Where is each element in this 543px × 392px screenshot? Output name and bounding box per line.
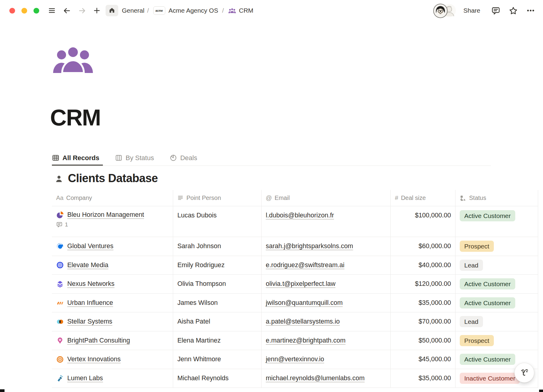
email-link[interactable]: l.dubois@bleuhorizon.fr	[266, 212, 334, 219]
status-badge[interactable]: Lead	[460, 316, 483, 327]
column-header-status[interactable]: Status	[456, 190, 538, 206]
company-link[interactable]: Elevate Media	[67, 261, 108, 269]
sidebar-menu-icon[interactable]	[48, 7, 56, 14]
column-header-company[interactable]: AaCompany	[52, 190, 173, 206]
status-badge[interactable]: Prospect	[460, 335, 494, 346]
cell-company[interactable]: Nexus Networks	[52, 275, 173, 293]
cell-email[interactable]: l.dubois@bleuhorizon.fr	[262, 206, 391, 237]
email-link[interactable]: olivia.t@pixelperfect.law	[266, 280, 335, 288]
cell-company[interactable]: Urban Influence	[52, 294, 173, 312]
column-header-point-person[interactable]: Point Person	[173, 190, 262, 206]
cell-deal-size[interactable]: $45,000.00	[391, 350, 456, 369]
company-link[interactable]: Urban Influence	[67, 299, 113, 307]
more-options-icon[interactable]	[526, 6, 535, 15]
breadcrumb-page[interactable]: CRM	[239, 7, 253, 14]
cell-status[interactable]: Active Customer	[456, 294, 538, 312]
comments-icon[interactable]	[491, 6, 500, 15]
company-link[interactable]: Stellar Systems	[67, 318, 112, 325]
email-link[interactable]: jenn@vertexinnov.io	[266, 356, 324, 363]
cell-company[interactable]: Stellar Systems	[52, 312, 173, 331]
home-button[interactable]	[106, 5, 118, 16]
comment-indicator[interactable]: 1	[56, 221, 68, 228]
cell-status[interactable]: Prospect	[456, 331, 538, 350]
cell-company[interactable]: Lumen Labs	[52, 369, 173, 388]
cell-deal-size[interactable]: $35,000.00	[391, 294, 456, 312]
cell-status[interactable]: Lead	[456, 312, 538, 331]
status-badge[interactable]: Inactive Customer	[460, 373, 520, 384]
email-link[interactable]: sarah.j@brightsparksolns.com	[266, 242, 353, 250]
email-link[interactable]: e.rodriguez@swiftstream.ai	[266, 261, 345, 269]
favorite-star-icon[interactable]	[509, 6, 518, 15]
company-link[interactable]: Bleu Horizon Management	[67, 211, 144, 219]
cell-deal-size[interactable]: $70,000.00	[391, 312, 456, 331]
cell-deal-size[interactable]: $120,000.00	[391, 275, 456, 293]
cell-point-person[interactable]: Sarah Johnson	[173, 237, 262, 256]
status-badge[interactable]: Prospect	[460, 241, 494, 252]
forward-arrow-icon[interactable]	[78, 7, 86, 15]
notion-ai-button[interactable]	[514, 363, 534, 383]
cell-email[interactable]: jwilson@quantumquill.com	[262, 294, 391, 312]
status-badge[interactable]: Active Customer	[460, 278, 515, 289]
new-page-plus-icon[interactable]	[93, 7, 101, 14]
page-title[interactable]: CRM	[50, 106, 100, 129]
back-arrow-icon[interactable]	[63, 7, 71, 15]
cell-point-person[interactable]: Aisha Patel	[173, 312, 262, 331]
cell-email[interactable]: jenn@vertexinnov.io	[262, 350, 391, 369]
minimize-button[interactable]	[21, 8, 27, 14]
email-link[interactable]: e.martinez@brightpath.com	[266, 337, 345, 344]
cell-point-person[interactable]: Emily Rodriguez	[173, 256, 262, 275]
cell-company[interactable]: Elevate Media	[52, 256, 173, 275]
status-badge[interactable]: Lead	[460, 260, 483, 271]
status-badge[interactable]: Active Customer	[460, 210, 515, 221]
column-header-email[interactable]: @Email	[262, 190, 391, 206]
cell-email[interactable]: e.martinez@brightpath.com	[262, 331, 391, 350]
cell-status[interactable]: Active Customer	[456, 206, 538, 237]
cell-email[interactable]: sarah.j@brightsparksolns.com	[262, 237, 391, 256]
page-icon-people[interactable]	[51, 44, 95, 77]
company-link[interactable]: Vertex Innovations	[67, 356, 121, 363]
zoom-button[interactable]	[33, 8, 39, 14]
cell-company[interactable]: Global Ventures	[52, 237, 173, 256]
cell-deal-size[interactable]: $40,000.00	[391, 256, 456, 275]
share-button[interactable]: Share	[461, 6, 483, 15]
cell-point-person[interactable]: Jenn Whitmore	[173, 350, 262, 369]
status-badge[interactable]: Active Customer	[460, 297, 515, 308]
cell-email[interactable]: a.patel@stellarsystems.io	[262, 312, 391, 331]
status-badge[interactable]: Active Customer	[460, 354, 515, 365]
breadcrumb-root[interactable]: General	[122, 7, 144, 14]
cell-point-person[interactable]: Elena Martinez	[173, 331, 262, 350]
cell-deal-size[interactable]: $100,000.00	[391, 206, 456, 237]
email-link[interactable]: michael.reynolds@lumenlabs.com	[266, 375, 365, 382]
cell-deal-size[interactable]: $60,000.00	[391, 237, 456, 256]
cell-point-person[interactable]: James Wilson	[173, 294, 262, 312]
cell-point-person[interactable]: Michael Reynolds	[173, 369, 262, 388]
table-header-row: AaCompanyPoint Person@Email#Deal sizeSta…	[52, 190, 538, 206]
collaborator-avatars[interactable]	[433, 4, 457, 17]
cell-deal-size[interactable]: $35,000.00	[391, 369, 456, 388]
breadcrumb-workspace[interactable]: Acme Agency OS	[169, 7, 218, 14]
cell-point-person[interactable]: Lucas Dubois	[173, 206, 262, 237]
cell-deal-size[interactable]: $50,000.00	[391, 331, 456, 350]
company-link[interactable]: Nexus Networks	[67, 280, 115, 288]
tab-deals[interactable]: Deals	[170, 151, 201, 166]
cell-status[interactable]: Lead	[456, 256, 538, 275]
cell-email[interactable]: olivia.t@pixelperfect.law	[262, 275, 391, 293]
email-link[interactable]: jwilson@quantumquill.com	[266, 299, 343, 307]
company-link[interactable]: Lumen Labs	[67, 375, 103, 382]
email-link[interactable]: a.patel@stellarsystems.io	[266, 318, 340, 325]
cell-company[interactable]: Bleu Horizon Management1	[52, 206, 173, 237]
company-link[interactable]: BrightPath Consulting	[67, 337, 130, 344]
tab-by-status[interactable]: By Status	[115, 151, 157, 166]
tab-all-records[interactable]: All Records	[52, 151, 103, 166]
database-title[interactable]: Clients Database	[68, 172, 158, 185]
cell-status[interactable]: Active Customer	[456, 275, 538, 293]
cell-company[interactable]: TBrightPath Consulting	[52, 331, 173, 350]
close-button[interactable]	[9, 8, 15, 14]
cell-company[interactable]: Vertex Innovations	[52, 350, 173, 369]
column-header-deal-size[interactable]: #Deal size	[391, 190, 456, 206]
cell-email[interactable]: michael.reynolds@lumenlabs.com	[262, 369, 391, 388]
cell-status[interactable]: Prospect	[456, 237, 538, 256]
cell-email[interactable]: e.rodriguez@swiftstream.ai	[262, 256, 391, 275]
company-link[interactable]: Global Ventures	[67, 242, 113, 250]
cell-point-person[interactable]: Olivia Thompson	[173, 275, 262, 293]
